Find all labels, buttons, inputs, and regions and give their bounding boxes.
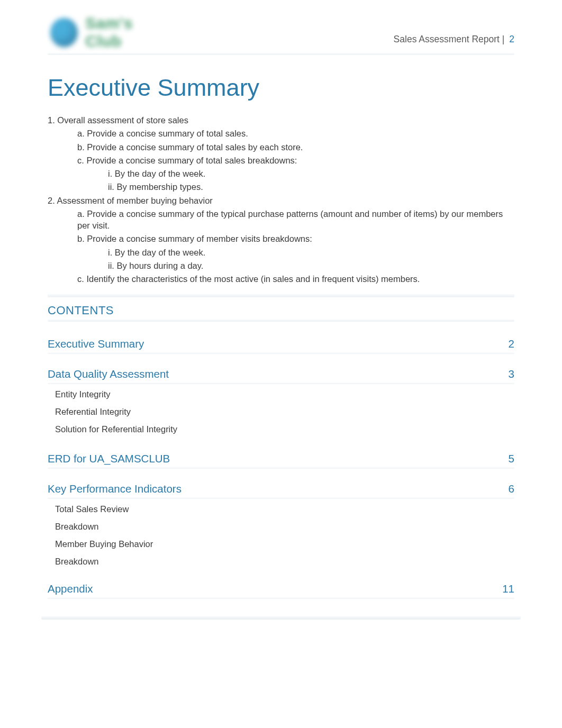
logo-mark-icon [50,18,78,47]
toc-row-divider [48,383,514,384]
toc-title-kpi[interactable]: Key Performance Indicators [48,483,182,495]
toc-page: 3 [509,368,514,380]
outline-item-2c: c. Identify the characteristics of the m… [48,273,514,285]
toc-sub-item[interactable]: Breakdown [48,557,514,567]
outline-item-2bii: ii. By hours during a day. [48,260,514,271]
toc-row-divider [48,352,514,354]
logo-text: Sam's Club [85,14,169,50]
summary-outline: 1. Overall assessment of store sales a. … [48,114,514,285]
contents-heading: CONTENTS [48,304,514,317]
outline-item-2b: b. Provide a concise summary of member v… [48,233,514,244]
toc-section: Data Quality Assessment 3 Entity Integri… [48,368,514,434]
toc-title-exec-summary[interactable]: Executive Summary [48,338,144,350]
footer-divider [41,616,521,620]
outline-item-2a: a. Provide a concise summary of the typi… [48,208,514,232]
toc-page: 11 [502,583,514,595]
toc-section: Executive Summary 2 [48,338,514,354]
toc-section: Key Performance Indicators 6 Total Sales… [48,483,514,567]
outline-item-2: 2. Assessment of member buying behavior [48,195,514,206]
outline-item-1cii: ii. By membership types. [48,181,514,193]
outline-item-1: 1. Overall assessment of store sales [48,114,514,126]
page-number: 2 [509,34,514,44]
toc-sub-item[interactable]: Member Buying Behavior [48,539,514,549]
page-title: Executive Summary [48,74,514,102]
toc-sub-item[interactable]: Breakdown [48,522,514,532]
header-meta: Sales Assessment Report | 2 [394,20,514,45]
contents-divider [48,320,514,322]
doc-title: Sales Assessment Report [394,34,500,44]
toc-page: 6 [509,483,514,495]
logo: Sam's Club [48,16,169,49]
toc-title-data-quality[interactable]: Data Quality Assessment [48,368,169,380]
toc-page: 2 [509,338,514,350]
toc-sub-item[interactable]: Solution for Referential Integrity [48,424,514,434]
toc-row-divider [48,467,514,469]
outline-item-2bi: i. By the day of the week. [48,247,514,258]
toc-row-divider [48,497,514,499]
page-header: Sam's Club Sales Assessment Report | 2 [48,16,514,49]
separator: | [500,34,507,44]
toc: Executive Summary 2 Data Quality Assessm… [48,338,514,599]
toc-row-divider [48,597,514,599]
toc-section: ERD for UA_SAMSCLUB 5 [48,452,514,469]
toc-title-appendix[interactable]: Appendix [48,583,93,595]
toc-title-erd[interactable]: ERD for UA_SAMSCLUB [48,452,170,465]
toc-sub-item[interactable]: Entity Integrity [48,389,514,399]
outline-item-1ci: i. By the day of the week. [48,168,514,179]
section-divider [48,294,514,297]
toc-page: 5 [509,452,514,465]
outline-item-1c: c. Provide a concise summary of total sa… [48,154,514,166]
outline-item-1a: a. Provide a concise summary of total sa… [48,128,514,139]
toc-section: Appendix 11 [48,583,514,599]
toc-sub-item[interactable]: Total Sales Review [48,504,514,514]
toc-sub-item[interactable]: Referential Integrity [48,407,514,417]
outline-item-1b: b. Provide a concise summary of total sa… [48,141,514,153]
header-divider [48,53,514,55]
